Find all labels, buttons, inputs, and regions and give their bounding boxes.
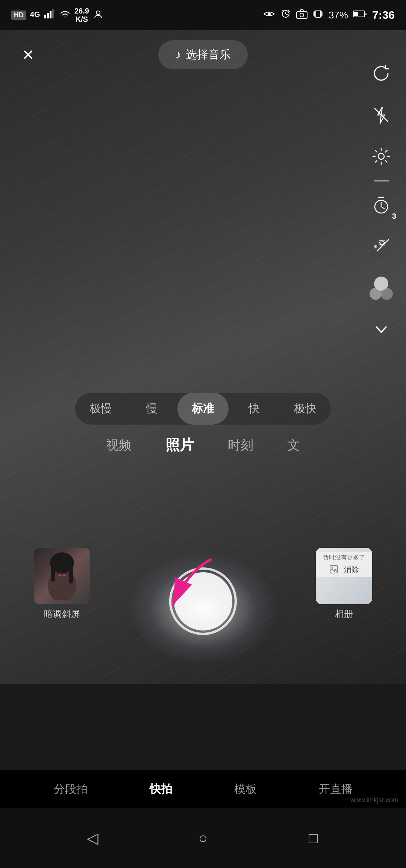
svg-point-24: [65, 569, 68, 571]
svg-rect-8: [297, 12, 307, 18]
refresh-button[interactable]: [368, 60, 395, 87]
thumb-face-bg: [34, 548, 90, 604]
more-button[interactable]: [368, 316, 395, 343]
alarm-icon: [280, 9, 291, 21]
svg-point-14: [378, 153, 384, 159]
mode-photo[interactable]: 照片: [162, 432, 198, 458]
svg-rect-22: [69, 563, 73, 584]
timer-badge: 3: [392, 212, 396, 221]
album-thumbnail: 暂时没有更多了 消除: [316, 548, 372, 604]
timer-button[interactable]: 3: [368, 192, 395, 219]
camera-icon: [296, 9, 308, 21]
signal-4g: 4G: [30, 9, 41, 21]
album-inner: 暂时没有更多了 消除: [316, 548, 372, 604]
mode-tabs: 视频 照片 时刻 文: [0, 432, 406, 458]
close-button[interactable]: ×: [15, 41, 41, 68]
signal-bars: [44, 9, 56, 21]
svg-point-5: [96, 11, 100, 15]
music-button[interactable]: ♪ 选择音乐: [158, 40, 248, 69]
battery-icon: [353, 10, 367, 20]
battery-text: 37%: [329, 9, 348, 21]
settings-button[interactable]: [368, 143, 395, 170]
speed-text: 26.9K/S: [74, 7, 89, 23]
watermark: www.imkjst.com: [350, 796, 398, 804]
svg-rect-2: [47, 13, 49, 18]
svg-line-13: [375, 109, 388, 121]
privacy-icon: [93, 9, 103, 21]
pink-arrow: [143, 556, 218, 612]
vibrate-icon: [313, 9, 323, 21]
svg-rect-1: [44, 15, 46, 18]
speed-normal[interactable]: 标准: [177, 393, 229, 425]
speed-selector: 极慢 慢 标准 快 极快: [75, 393, 331, 425]
filter-thumbnail[interactable]: 暗调斜屏: [34, 548, 90, 620]
svg-rect-12: [354, 12, 358, 16]
speed-very-fast[interactable]: 极快: [280, 393, 331, 425]
magic-button[interactable]: [368, 233, 395, 260]
circle-right: [381, 288, 393, 300]
flash-off-button[interactable]: [368, 101, 395, 129]
nav-template[interactable]: 模板: [227, 778, 264, 801]
music-label: 选择音乐: [186, 47, 231, 62]
svg-point-9: [300, 13, 304, 17]
filter-thumb-image: [34, 548, 90, 604]
svg-line-17: [377, 250, 379, 251]
svg-text:4G: 4G: [30, 10, 40, 18]
nav-quick[interactable]: 快拍: [142, 778, 180, 801]
mode-video[interactable]: 视频: [102, 433, 135, 458]
album-container[interactable]: 暂时没有更多了 消除 相册: [316, 548, 372, 620]
speed-slow[interactable]: 慢: [126, 393, 177, 425]
right-toolbar: 3: [368, 60, 395, 343]
svg-rect-21: [51, 563, 55, 582]
wifi-icon: [59, 9, 71, 21]
status-left: HD 4G 26.9K/S: [11, 7, 103, 23]
home-button[interactable]: ○: [188, 823, 218, 853]
svg-rect-4: [52, 9, 54, 18]
speed-fast[interactable]: 快: [229, 393, 280, 425]
filter-label: 暗调斜屏: [44, 608, 80, 620]
eye-icon: [263, 9, 275, 21]
music-note-icon: ♪: [175, 48, 181, 62]
mode-text[interactable]: 文: [283, 433, 304, 458]
nav-segment[interactable]: 分段拍: [46, 778, 95, 801]
svg-point-6: [268, 12, 271, 15]
svg-point-23: [56, 569, 59, 571]
status-bar: HD 4G 26.9K/S: [0, 0, 406, 30]
mode-moment[interactable]: 时刻: [224, 433, 257, 458]
svg-rect-10: [316, 10, 320, 18]
time: 7:36: [372, 9, 395, 21]
status-right: 37% 7:36: [263, 9, 395, 21]
speed-very-slow[interactable]: 极慢: [75, 393, 126, 425]
hd-badge: HD: [11, 11, 26, 20]
circle-left: [370, 288, 382, 300]
top-controls: × ♪ 选择音乐: [0, 32, 406, 77]
toolbar-divider: [374, 180, 389, 181]
svg-rect-3: [50, 11, 52, 18]
color-filter-button[interactable]: [368, 275, 395, 302]
svg-point-27: [332, 567, 333, 569]
system-nav: ◁ ○ □: [0, 808, 406, 868]
recent-button[interactable]: □: [298, 823, 328, 853]
bottom-nav: 分段拍 快拍 模板 开直播: [0, 770, 406, 808]
color-circles: [368, 275, 395, 302]
back-button[interactable]: ◁: [78, 823, 108, 853]
album-notification: 暂时没有更多了 消除: [316, 552, 372, 577]
album-label: 相册: [335, 608, 353, 620]
